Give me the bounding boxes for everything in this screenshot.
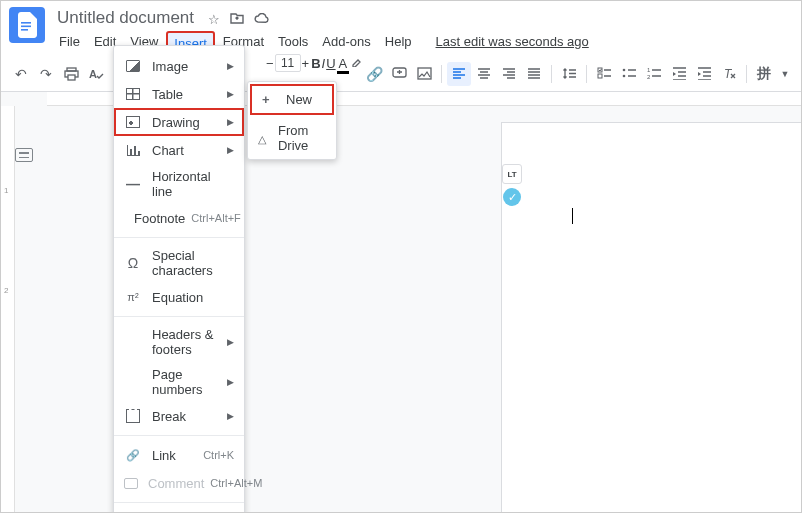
align-right-icon[interactable]: [497, 62, 521, 86]
insert-dropdown-menu: Image ▶ Table ▶ Drawing ▶ Chart ▶ Horizo…: [113, 45, 245, 513]
menu-item-horizontal-line[interactable]: Horizontal line: [114, 164, 244, 204]
extension-badges: LT ✓: [501, 164, 523, 206]
spellcheck-icon[interactable]: A: [84, 62, 108, 86]
menu-addons[interactable]: Add-ons: [316, 31, 376, 56]
align-left-icon[interactable]: [447, 62, 471, 86]
menu-item-chart[interactable]: Chart ▶: [114, 136, 244, 164]
submenu-label: New: [286, 92, 312, 107]
menu-file[interactable]: File: [53, 31, 86, 56]
chevron-right-icon: ▶: [227, 411, 234, 421]
move-icon[interactable]: [230, 12, 244, 27]
increase-indent-icon[interactable]: [692, 62, 716, 86]
menu-separator: [114, 502, 244, 503]
menu-item-bookmark[interactable]: Bookmark: [114, 508, 244, 513]
chevron-right-icon: ▶: [227, 145, 234, 155]
menu-item-link[interactable]: Link Ctrl+K: [114, 441, 244, 469]
document-page[interactable]: [501, 122, 802, 513]
svg-text:2: 2: [647, 74, 651, 80]
menu-label: Link: [152, 448, 197, 463]
input-tools-icon[interactable]: 拼: [752, 62, 776, 86]
break-icon: [124, 409, 142, 423]
menu-label: Chart: [152, 143, 221, 158]
checklist-icon[interactable]: [592, 62, 616, 86]
svg-rect-11: [598, 74, 602, 78]
drawing-submenu: New From Drive: [247, 81, 337, 160]
vertical-ruler[interactable]: 1 2: [1, 106, 15, 513]
document-title[interactable]: Untitled document: [53, 7, 198, 29]
image-icon: [124, 60, 142, 72]
svg-text:1: 1: [647, 67, 651, 73]
input-tools-dropdown-icon[interactable]: ▼: [777, 62, 793, 86]
ruler-mark: 2: [4, 286, 8, 295]
menu-item-comment: Comment Ctrl+Alt+M: [114, 469, 244, 497]
print-icon[interactable]: [59, 62, 83, 86]
submenu-label: From Drive: [278, 123, 326, 153]
comment-icon: [124, 478, 138, 489]
svg-rect-6: [68, 75, 75, 80]
svg-rect-1: [21, 22, 31, 24]
insert-image-icon[interactable]: [412, 62, 436, 86]
menu-item-image[interactable]: Image ▶: [114, 52, 244, 80]
align-justify-icon[interactable]: [522, 62, 546, 86]
menu-item-page-numbers[interactable]: Page numbers ▶: [114, 362, 244, 402]
menu-tools[interactable]: Tools: [272, 31, 314, 56]
menu-item-headers-footers[interactable]: Headers & footers ▶: [114, 322, 244, 362]
menu-label: Image: [152, 59, 221, 74]
svg-point-13: [622, 75, 625, 78]
drive-icon: [258, 131, 270, 146]
text-cursor: [572, 208, 573, 224]
menu-label: Footnote: [134, 211, 185, 226]
shortcut-label: Ctrl+Alt+F: [191, 212, 241, 224]
omega-icon: [124, 255, 142, 271]
menu-separator: [114, 316, 244, 317]
separator: [746, 65, 747, 83]
submenu-item-from-drive[interactable]: From Drive: [248, 117, 336, 159]
menu-label: Page numbers: [152, 367, 221, 397]
svg-rect-9: [418, 68, 431, 79]
redo-icon[interactable]: ↷: [34, 62, 58, 86]
docs-logo-icon[interactable]: [9, 7, 45, 43]
last-edit-link[interactable]: Last edit was seconds ago: [430, 31, 595, 56]
separator: [586, 65, 587, 83]
menu-item-special-characters[interactable]: Special characters: [114, 243, 244, 283]
table-icon: [124, 88, 142, 100]
menu-label: Horizontal line: [152, 169, 234, 199]
menu-item-break[interactable]: Break ▶: [114, 402, 244, 430]
bulleted-list-icon[interactable]: [617, 62, 641, 86]
line-spacing-icon[interactable]: [557, 62, 581, 86]
undo-icon[interactable]: ↶: [9, 62, 33, 86]
svg-rect-3: [21, 29, 28, 31]
link-icon: [124, 449, 142, 462]
clear-formatting-icon[interactable]: T: [717, 62, 741, 86]
menu-label: Equation: [152, 290, 234, 305]
drawing-icon: [124, 116, 142, 128]
outline-icon[interactable]: [15, 148, 33, 162]
numbered-list-icon[interactable]: 12: [642, 62, 666, 86]
shortcut-label: Ctrl+K: [203, 449, 234, 461]
menu-item-footnote[interactable]: Footnote Ctrl+Alt+F: [114, 204, 244, 232]
add-comment-icon[interactable]: [387, 62, 411, 86]
submenu-item-new[interactable]: New: [250, 84, 334, 115]
language-tool-icon[interactable]: LT: [502, 164, 522, 184]
cloud-status-icon[interactable]: [254, 12, 270, 27]
menu-item-equation[interactable]: Equation: [114, 283, 244, 311]
svg-rect-2: [21, 26, 31, 28]
decrease-indent-icon[interactable]: [667, 62, 691, 86]
menu-label: Drawing: [152, 115, 221, 130]
menu-separator: [114, 435, 244, 436]
menu-item-table[interactable]: Table ▶: [114, 80, 244, 108]
menu-help[interactable]: Help: [379, 31, 418, 56]
separator: [441, 65, 442, 83]
menu-label: Break: [152, 409, 221, 424]
star-icon[interactable]: ☆: [208, 12, 220, 27]
shortcut-label: Ctrl+Alt+M: [210, 477, 262, 489]
check-status-icon[interactable]: ✓: [503, 188, 521, 206]
menu-item-drawing[interactable]: Drawing ▶: [114, 108, 244, 136]
chevron-right-icon: ▶: [227, 117, 234, 127]
align-center-icon[interactable]: [472, 62, 496, 86]
insert-link-icon[interactable]: 🔗: [362, 62, 386, 86]
menu-separator: [114, 237, 244, 238]
menu-label: Special characters: [152, 248, 234, 278]
svg-text:A: A: [89, 68, 97, 80]
chevron-right-icon: ▶: [227, 89, 234, 99]
